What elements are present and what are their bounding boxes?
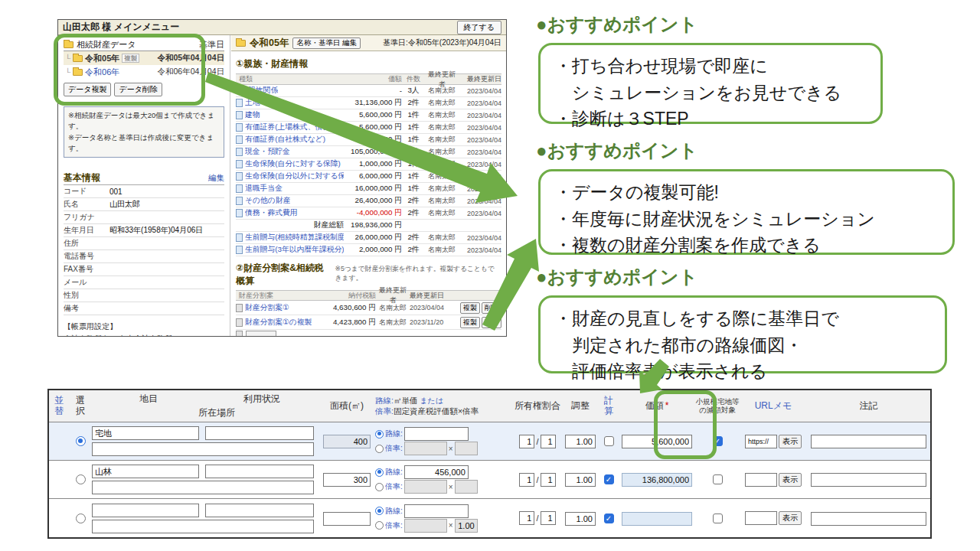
tree-item-label[interactable]: 令和05年	[85, 53, 119, 64]
property-rows: 親族関係 - 3人 名南太郎 2023/04/04 土地 31,136,000 …	[236, 85, 501, 256]
basic-info-row: コード 001	[64, 185, 224, 198]
basic-info-edit-link[interactable]: 編集	[208, 173, 224, 184]
delete-plan-button[interactable]: 削除	[482, 302, 501, 314]
property-item-link[interactable]: 生命保険(自分以外に対する保障)	[245, 171, 344, 181]
division-plan-link[interactable]: 財産分割案①の複製	[245, 318, 312, 328]
property-item-link[interactable]: 生前贈与(3年以内暦年課税分)	[245, 245, 344, 255]
location-input[interactable]	[92, 520, 314, 533]
property-item-link[interactable]: 有価証券(自社株式など)	[245, 135, 325, 145]
rate-base-input[interactable]	[404, 519, 447, 533]
note-input[interactable]	[811, 473, 926, 487]
row-select-radio[interactable]	[76, 436, 86, 446]
property-item-link[interactable]: 有価証券(上場株式、債券、投資信託など)	[245, 122, 344, 132]
route-radio[interactable]	[375, 507, 384, 515]
office-label: 会計事務所名	[64, 334, 119, 336]
section2-note: ※5つまで財産分割案を作れます。複製することもできます。	[335, 265, 501, 283]
area-input[interactable]	[323, 512, 371, 526]
property-item-link[interactable]: 債務・葬式費用	[245, 208, 298, 218]
small-estate-checkbox[interactable]	[713, 436, 723, 446]
calc-checkbox[interactable]	[604, 436, 614, 446]
route-price-input[interactable]	[404, 427, 469, 441]
location-input[interactable]	[92, 442, 314, 456]
property-count: 2件	[402, 147, 425, 157]
row-select-radio[interactable]	[76, 474, 86, 484]
ownership-numerator-input[interactable]	[519, 435, 534, 448]
data-action-button[interactable]: データ削除	[114, 83, 162, 96]
property-row: 財産総額 198,936,000 円	[236, 220, 501, 232]
tree-item-label[interactable]: 令和06年	[85, 67, 119, 78]
ownership-denominator-input[interactable]	[541, 435, 556, 448]
route-price-input[interactable]	[404, 504, 469, 518]
rate-radio[interactable]	[375, 445, 384, 453]
show-url-button[interactable]: 表示	[779, 473, 802, 487]
property-item-link[interactable]: 生命保険(自分に対する保障)	[245, 159, 341, 169]
property-item-link[interactable]: 現金・預貯金	[245, 147, 290, 157]
rate-base-input[interactable]	[404, 442, 447, 455]
area-input[interactable]	[323, 435, 371, 448]
division-plan-link[interactable]: 財産分割案①	[245, 303, 289, 313]
note-input[interactable]	[811, 512, 926, 526]
multiply-sign: ×	[449, 521, 453, 530]
note-input[interactable]	[811, 435, 926, 448]
url-memo-input[interactable]	[745, 473, 777, 487]
data-action-button[interactable]: データ複製	[64, 83, 111, 96]
value-input[interactable]	[622, 435, 692, 448]
property-item-link[interactable]: 土地	[245, 98, 260, 108]
rate-mult-input[interactable]	[455, 442, 478, 455]
rate-base-input[interactable]	[404, 480, 447, 494]
property-editor: 名南太郎	[425, 122, 459, 132]
delete-plan-button[interactable]: 削除	[482, 317, 501, 328]
usage-input[interactable]	[205, 504, 314, 517]
rate-mult-input[interactable]	[455, 519, 478, 533]
plan-tax: 4,423,800 円	[321, 318, 376, 328]
property-item-link[interactable]: 親族関係	[248, 86, 278, 96]
section2-title: ②財産分割案&相続税概算	[236, 262, 331, 288]
property-item-link[interactable]: 建物	[245, 110, 260, 120]
small-estate-checkbox[interactable]	[713, 514, 723, 523]
value-input[interactable]	[622, 512, 692, 526]
exit-button[interactable]: 終了する	[457, 21, 501, 34]
row-select-radio[interactable]	[76, 514, 86, 523]
chimoku-input[interactable]	[92, 426, 199, 440]
value-input[interactable]	[622, 473, 692, 487]
folder-icon	[73, 69, 83, 76]
property-item-link[interactable]: その他の財産	[245, 196, 290, 206]
plan-tax: 4,630,600 円	[321, 303, 376, 313]
copy-plan-button[interactable]: 複製	[460, 302, 480, 314]
adjust-input[interactable]	[565, 473, 596, 487]
ownership-numerator-input[interactable]	[519, 473, 534, 487]
adjust-input[interactable]	[565, 435, 596, 448]
property-item-link[interactable]: 財産総額	[314, 220, 344, 230]
property-item-link[interactable]: 退職手当金	[245, 184, 283, 194]
chimoku-input[interactable]	[92, 504, 199, 517]
ownership-numerator-input[interactable]	[519, 511, 534, 525]
usage-input[interactable]	[205, 426, 314, 440]
copy-plan-button[interactable]: 複製	[460, 317, 480, 328]
property-item-link[interactable]: 生前贈与(相続時精算課税制度)	[245, 233, 344, 243]
url-memo-input[interactable]	[745, 511, 777, 525]
route-price-input[interactable]	[404, 465, 469, 479]
edit-name-date-button[interactable]: 名称・基準日 編集	[292, 37, 361, 49]
calc-checkbox[interactable]	[604, 514, 614, 523]
area-input[interactable]	[323, 473, 371, 487]
rate-radio[interactable]	[375, 483, 384, 491]
adjust-input[interactable]	[565, 512, 596, 526]
tree-item-year[interactable]: └ 令和05年 複製 令和05年04月04日	[64, 51, 224, 65]
col-url-memo: URLメモ	[740, 399, 807, 412]
route-radio[interactable]	[375, 468, 384, 477]
chimoku-input[interactable]	[92, 465, 199, 478]
location-input[interactable]	[92, 481, 314, 494]
ownership-denominator-input[interactable]	[541, 473, 556, 487]
calc-checkbox[interactable]	[604, 474, 614, 484]
tree-item-year[interactable]: └ 令和06年 令和06年04月04日	[64, 65, 224, 79]
url-memo-input[interactable]	[745, 435, 777, 448]
show-url-button[interactable]: 表示	[779, 435, 802, 448]
show-url-button[interactable]: 表示	[779, 511, 802, 525]
rate-mult-input[interactable]	[455, 480, 478, 494]
rate-radio[interactable]	[375, 521, 384, 530]
ownership-denominator-input[interactable]	[541, 511, 556, 525]
route-radio[interactable]	[375, 430, 384, 439]
small-estate-checkbox[interactable]	[713, 474, 723, 484]
usage-input[interactable]	[205, 465, 314, 478]
property-row: 生前贈与(3年以内暦年課税分) 2,000,000 円 2件 名南太郎 2023…	[236, 244, 501, 256]
